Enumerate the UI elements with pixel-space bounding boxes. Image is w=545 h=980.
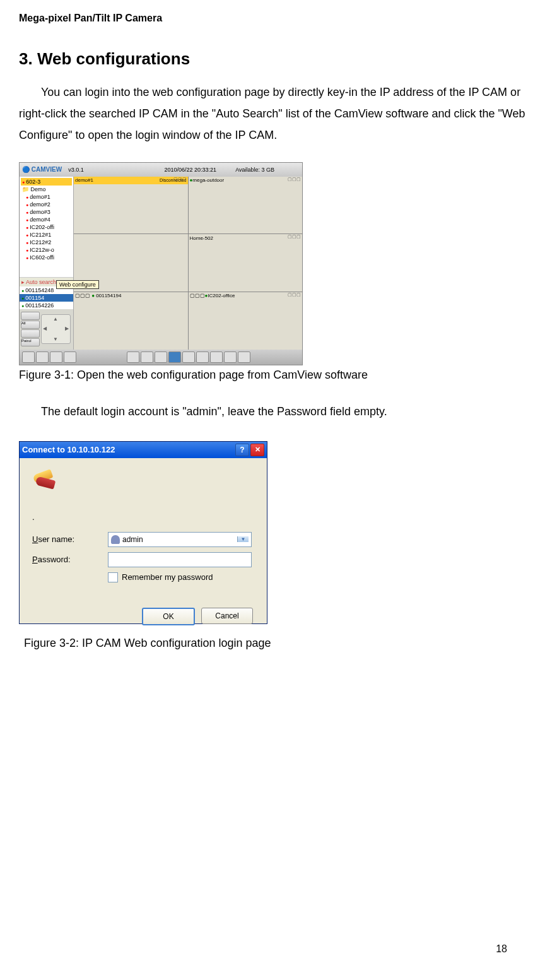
control-button[interactable] bbox=[21, 329, 40, 338]
tree-item[interactable]: IC212w-o bbox=[21, 246, 72, 254]
layout-button[interactable] bbox=[196, 351, 209, 363]
tree-item[interactable]: IC212#1 bbox=[21, 231, 72, 239]
keys-icon bbox=[32, 469, 60, 493]
camview-bottombar bbox=[20, 350, 302, 365]
camview-logo: 🔵 CAMVIEW bbox=[22, 166, 62, 173]
viewport-pane[interactable]: Home-502 ▢▢▢ bbox=[189, 234, 303, 292]
layout-button[interactable] bbox=[141, 351, 153, 363]
remember-label: Remember my password bbox=[122, 572, 213, 582]
autosearch-list[interactable]: 001154248 001154 001154226 bbox=[20, 286, 73, 309]
username-field[interactable]: admin ▼ bbox=[108, 532, 252, 547]
user-icon bbox=[111, 535, 120, 544]
figure1-caption: Figure 3-1: Open the web configuration p… bbox=[19, 369, 526, 382]
pane-icons[interactable]: ▢▢▢ bbox=[288, 292, 301, 297]
pane-icons[interactable]: ▢▢▢ bbox=[288, 177, 301, 182]
password-field[interactable] bbox=[108, 552, 252, 567]
layout-button[interactable] bbox=[182, 351, 195, 363]
close-button[interactable]: ✕ bbox=[250, 444, 264, 456]
toolbar-button[interactable] bbox=[50, 351, 62, 363]
page-header: Mega-pixel Pan/Tilt IP Camera bbox=[19, 13, 526, 24]
tree-item[interactable]: demo#2 bbox=[21, 201, 72, 208]
pane-label: IC202-office bbox=[208, 293, 235, 298]
figure2-caption: Figure 3-2: IP CAM Web configuration log… bbox=[24, 637, 526, 650]
toolbar-button[interactable] bbox=[22, 351, 35, 363]
viewport-pane[interactable]: ● mega-outdoor ▢▢▢ bbox=[189, 177, 303, 234]
web-configure-tooltip: Web configure bbox=[56, 280, 99, 289]
login-info-text: The default login account is "admin", le… bbox=[19, 401, 526, 422]
viewport-pane[interactable]: demo#1 Disconnected ▢▢▢ bbox=[74, 177, 188, 234]
pane-label: 001154194 bbox=[96, 293, 121, 298]
tree-item[interactable]: demo#4 bbox=[21, 216, 72, 223]
login-title: Connect to 10.10.10.122 bbox=[22, 445, 115, 454]
page-number: 18 bbox=[496, 943, 507, 955]
pane-label: mega-outdoor bbox=[192, 177, 224, 183]
pane-label: demo#1 bbox=[75, 177, 93, 183]
ptz-nav-pad[interactable]: ▲ ▼ ◀ ▶ bbox=[41, 314, 71, 344]
camera-tree[interactable]: 602-3 📁 Demo demo#1 demo#2 demo#3 demo#4… bbox=[20, 177, 73, 277]
camview-controls: All Patrol ▲ ▼ ◀ ▶ bbox=[20, 309, 73, 350]
tree-item[interactable]: IC602-offi bbox=[21, 254, 72, 261]
help-button[interactable]: ? bbox=[235, 444, 249, 456]
viewport-pane[interactable]: ▢▢▢ ● 001154194 bbox=[74, 292, 188, 350]
camview-sidebar: 602-3 📁 Demo demo#1 demo#2 demo#3 demo#4… bbox=[20, 177, 74, 350]
login-titlebar: Connect to 10.10.10.122 ? ✕ bbox=[20, 442, 267, 458]
tree-item[interactable]: demo#1 bbox=[21, 193, 72, 201]
layout-button[interactable] bbox=[224, 351, 237, 363]
version-text: v3.0.1 bbox=[68, 167, 84, 173]
autosearch-item[interactable]: 001154226 bbox=[20, 302, 73, 309]
ok-button[interactable]: OK bbox=[142, 608, 195, 625]
toolbar-button[interactable] bbox=[64, 351, 76, 363]
pane-icons[interactable]: ▢▢▢ bbox=[288, 234, 301, 239]
login-dialog: Connect to 10.10.10.122 ? ✕ . User name:… bbox=[19, 441, 267, 624]
username-value: admin bbox=[122, 535, 143, 544]
tree-root[interactable]: 602-3 bbox=[21, 178, 72, 186]
control-button[interactable] bbox=[21, 312, 40, 320]
camview-screenshot: 🔵 CAMVIEW v3.0.1 2010/06/22 20:33:21 Ava… bbox=[19, 162, 303, 365]
camview-viewport: demo#1 Disconnected ▢▢▢ ● mega-outdoor ▢… bbox=[74, 177, 302, 350]
layout-button-active[interactable] bbox=[168, 351, 181, 363]
layout-button[interactable] bbox=[210, 351, 223, 363]
tree-item[interactable]: IC212#2 bbox=[21, 239, 72, 246]
viewport-pane[interactable]: ▢▢▢ ● IC202-office ▢▢▢ bbox=[189, 292, 303, 350]
tree-demo-folder[interactable]: 📁 Demo bbox=[21, 186, 72, 193]
datetime-text: 2010/06/22 20:33:21 bbox=[165, 167, 217, 173]
dropdown-button[interactable]: ▼ bbox=[237, 536, 249, 542]
camview-toolbar: 🔵 CAMVIEW v3.0.1 2010/06/22 20:33:21 Ava… bbox=[20, 163, 302, 177]
remember-checkbox[interactable] bbox=[108, 572, 118, 582]
autosearch-item-selected[interactable]: 001154 bbox=[20, 294, 73, 302]
cancel-button[interactable]: Cancel bbox=[201, 608, 253, 624]
pane-label: Home-502 bbox=[190, 235, 213, 241]
tree-item[interactable]: IC202-offi bbox=[21, 223, 72, 231]
username-label: User name: bbox=[32, 534, 108, 544]
available-text: Available: 3 GB bbox=[235, 167, 274, 173]
layout-button[interactable] bbox=[238, 351, 250, 363]
layout-button[interactable] bbox=[155, 351, 167, 363]
section-title: 3. Web configurations bbox=[19, 49, 526, 69]
toolbar-button[interactable] bbox=[36, 351, 49, 363]
pane-icons[interactable]: ▢▢▢ bbox=[173, 177, 187, 182]
all-button[interactable]: All bbox=[21, 321, 40, 329]
password-label: Password: bbox=[32, 555, 108, 564]
intro-paragraph: You can login into the web configuration… bbox=[19, 81, 526, 146]
patrol-button[interactable]: Patrol bbox=[21, 338, 40, 346]
layout-button[interactable] bbox=[127, 351, 139, 363]
tree-item[interactable]: demo#3 bbox=[21, 208, 72, 216]
